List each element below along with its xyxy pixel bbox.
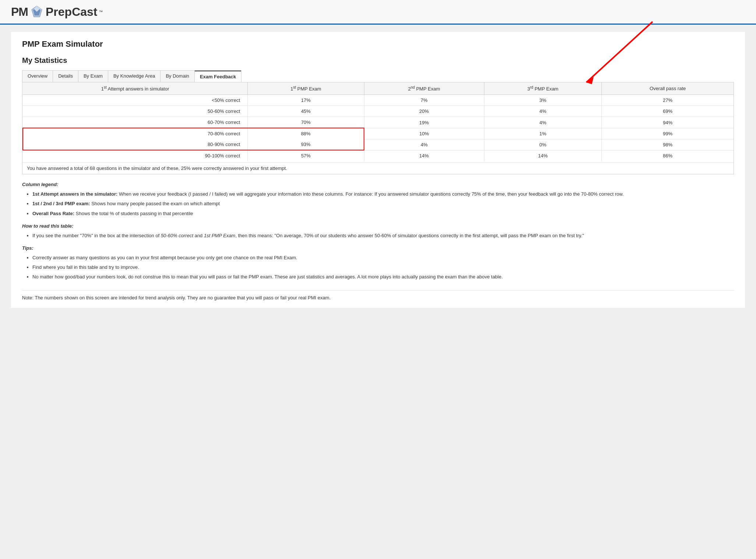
logo-prepcast-text: PrepCast <box>46 5 98 19</box>
col-header-attempts: 1st Attempt answers in simulator <box>23 82 248 95</box>
row-label: <50% correct <box>23 95 248 106</box>
logo: PM PrepCast™ <box>11 4 103 19</box>
row-3rd-pmp: 3% <box>484 95 602 106</box>
tab-by-domain[interactable]: By Domain <box>160 71 195 82</box>
table-summary: You have answered a total of 68 question… <box>22 162 734 174</box>
row-overall: 86% <box>602 150 734 161</box>
row-3rd-pmp: 1% <box>484 128 602 139</box>
main-content: PMP Exam Simulator My Statistics Overvie… <box>11 32 745 308</box>
legend-list: 1st Attempt answers in the simulator: Wh… <box>22 190 734 217</box>
row-3rd-pmp: 4% <box>484 106 602 117</box>
column-legend-section: Column legend: 1st Attempt answers in th… <box>22 182 734 217</box>
table-row: <50% correct 17% 7% 3% 27% <box>23 95 734 106</box>
legend-item-1-bold: 1st Attempt answers in the simulator: <box>32 191 117 197</box>
tab-overview[interactable]: Overview <box>22 71 53 82</box>
row-2nd-pmp: 14% <box>364 150 484 161</box>
row-label: 80-90% correct <box>23 139 248 150</box>
tips-item-1: Correctly answer as many questions as yo… <box>32 254 734 262</box>
note-section: Note: The numbers shown on this screen a… <box>22 290 734 300</box>
tab-bar: Overview Details By Exam By Knowledge Ar… <box>22 70 241 82</box>
row-2nd-pmp: 10% <box>364 128 484 139</box>
row-1st-pmp: 57% <box>248 150 364 161</box>
page-title: PMP Exam Simulator <box>22 39 734 49</box>
how-to-list: If you see the number "70%" in the box a… <box>22 232 734 240</box>
tips-list: Correctly answer as many questions as yo… <box>22 254 734 281</box>
tab-exam-feedback[interactable]: Exam Feedback <box>195 71 241 82</box>
legend-item-3-text: Shows the total % of students passing in… <box>74 211 193 216</box>
col-header-3rd-pmp: 3rd PMP Exam <box>484 82 602 95</box>
table-row: 60-70% correct 70% 19% 4% 94% <box>23 117 734 128</box>
legend-item-1: 1st Attempt answers in the simulator: Wh… <box>32 190 734 198</box>
header: PM PrepCast™ <box>0 0 756 25</box>
logo-tm: ™ <box>99 10 103 14</box>
tips-item-3: No matter how good/bad your numbers look… <box>32 273 734 281</box>
row-1st-pmp: 93% <box>248 139 364 150</box>
row-2nd-pmp: 4% <box>364 139 484 150</box>
table-row: 90-100% correct 57% 14% 14% 86% <box>23 150 734 161</box>
how-to-title: How to read this table: <box>22 223 734 229</box>
logo-diamond-icon <box>29 4 44 19</box>
legend-item-3: Overall Pass Rate: Shows the total % of … <box>32 210 734 218</box>
row-overall: 99% <box>602 128 734 139</box>
row-3rd-pmp: 4% <box>484 117 602 128</box>
tab-details[interactable]: Details <box>53 71 78 82</box>
tips-section: Tips: Correctly answer as many questions… <box>22 245 734 281</box>
tips-title: Tips: <box>22 245 734 251</box>
row-overall: 27% <box>602 95 734 106</box>
legend-item-3-bold: Overall Pass Rate: <box>32 211 74 216</box>
col-header-2nd-pmp: 2nd PMP Exam <box>364 82 484 95</box>
row-label: 70-80% correct <box>23 128 248 139</box>
legend-item-2: 1st / 2nd / 3rd PMP exam: Shows how many… <box>32 200 734 208</box>
how-to-italic-1: 50-60% correct <box>161 233 193 238</box>
row-overall: 69% <box>602 106 734 117</box>
section-title: My Statistics <box>22 56 734 65</box>
table-header-row: 1st Attempt answers in simulator 1st PMP… <box>23 82 734 95</box>
tab-by-knowledge-area[interactable]: By Knowledge Area <box>108 71 160 82</box>
row-2nd-pmp: 20% <box>364 106 484 117</box>
row-label: 50-60% correct <box>23 106 248 117</box>
how-to-item-1: If you see the number "70%" in the box a… <box>32 232 734 240</box>
logo-pm-text: PM <box>11 5 28 19</box>
row-overall: 98% <box>602 139 734 150</box>
tips-item-2: Find where you fall in this table and tr… <box>32 263 734 271</box>
col-header-1st-pmp: 1st PMP Exam <box>248 82 364 95</box>
legend-item-1-text: When we receive your feedback (I passed … <box>117 191 623 197</box>
table-row: 50-60% correct 45% 20% 4% 69% <box>23 106 734 117</box>
legend-title: Column legend: <box>22 182 734 187</box>
row-label: 90-100% correct <box>23 150 248 161</box>
row-1st-pmp: 17% <box>248 95 364 106</box>
row-1st-pmp: 70% <box>248 117 364 128</box>
tab-by-exam[interactable]: By Exam <box>78 71 108 82</box>
col-header-overall: Overall pass rate <box>602 82 734 95</box>
row-3rd-pmp: 0% <box>484 139 602 150</box>
row-1st-pmp: 45% <box>248 106 364 117</box>
row-1st-pmp: 88% <box>248 128 364 139</box>
legend-item-2-bold: 1st / 2nd / 3rd PMP exam: <box>32 201 90 206</box>
exam-feedback-table: 1st Attempt answers in simulator 1st PMP… <box>22 82 734 161</box>
how-to-italic-2: 1st PMP Exam <box>204 233 235 238</box>
data-table-container: 1st Attempt answers in simulator 1st PMP… <box>22 82 734 174</box>
table-row-highlighted-70-80: 70-80% correct 88% 10% 1% 99% <box>23 128 734 139</box>
how-to-section: How to read this table: If you see the n… <box>22 223 734 240</box>
row-2nd-pmp: 19% <box>364 117 484 128</box>
table-row-highlighted-80-90: 80-90% correct 93% 4% 0% 98% <box>23 139 734 150</box>
row-label: 60-70% correct <box>23 117 248 128</box>
note-text: Note: The numbers shown on this screen a… <box>22 295 331 300</box>
legend-item-2-text: Shows how many people passed the exam on… <box>90 201 220 206</box>
row-overall: 94% <box>602 117 734 128</box>
row-2nd-pmp: 7% <box>364 95 484 106</box>
svg-line-4 <box>586 22 653 82</box>
row-3rd-pmp: 14% <box>484 150 602 161</box>
